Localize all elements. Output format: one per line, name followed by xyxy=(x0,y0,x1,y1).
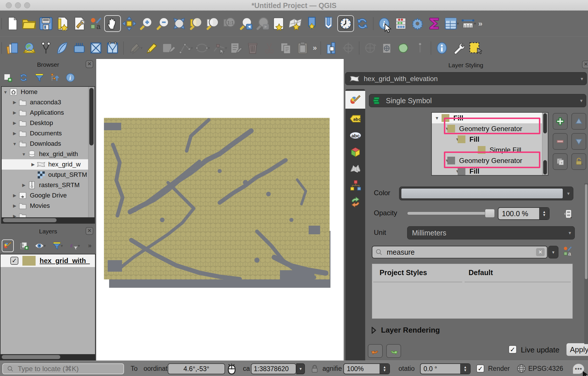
tree-item-desktop[interactable]: ▶ Desktop xyxy=(2,118,94,128)
properties-info-icon[interactable]: i xyxy=(65,73,75,83)
crs-value[interactable]: EPSG:4326 xyxy=(528,365,563,373)
collapsed-arrow-icon[interactable]: ▶ xyxy=(11,120,18,126)
zoom-full-extent-button[interactable] xyxy=(171,15,187,32)
layer-styling-close-icon[interactable]: ✕ xyxy=(582,61,588,68)
new-mesh-layer-button[interactable] xyxy=(104,40,121,56)
renderer-combo[interactable]: Single Symbol ▾ xyxy=(369,94,586,107)
tree-item-google-drive[interactable]: ▶ Google Drive xyxy=(2,190,94,201)
show-layout-manager-button[interactable] xyxy=(71,15,88,32)
expanded-arrow-icon[interactable]: ▼ xyxy=(2,90,9,95)
collapsed-arrow-icon[interactable]: ▶ xyxy=(11,110,18,115)
tab-masks[interactable]: abc xyxy=(345,126,365,144)
color-swatch-button[interactable]: ▾ xyxy=(399,187,573,200)
new-virtual-layer-button[interactable] xyxy=(88,40,104,56)
mouse-extents-icon[interactable] xyxy=(227,363,237,375)
web-globe-button[interactable] xyxy=(21,40,38,56)
tree-item-anaconda3[interactable]: ▶ anaconda3 xyxy=(2,97,94,108)
move-label-button[interactable] xyxy=(340,40,357,56)
expanded-arrow-icon[interactable]: ▼ xyxy=(432,158,445,163)
unit-combo[interactable]: Millimeters ▾ xyxy=(407,226,575,239)
expanded-arrow-icon[interactable]: ▼ xyxy=(11,141,18,146)
tab-history[interactable] xyxy=(345,193,365,211)
add-group-icon[interactable] xyxy=(20,241,29,250)
metadata-info-button[interactable] xyxy=(434,40,450,56)
messages-bubble-icon[interactable]: ••• xyxy=(573,364,584,374)
refresh-map-button[interactable] xyxy=(354,15,371,32)
save-layer-edits-button[interactable] xyxy=(160,40,177,56)
copy-features-button[interactable] xyxy=(278,40,294,56)
tab-labels[interactable]: abc xyxy=(345,110,365,128)
lock-color-button[interactable]: ▾ xyxy=(571,153,586,170)
collapsed-arrow-icon[interactable]: ▶ xyxy=(11,203,18,208)
redo-style-button[interactable] xyxy=(386,344,401,358)
new-geopackage-layer-button[interactable] xyxy=(71,40,88,56)
tree-item-vector-layer[interactable]: ▶ hex_grid_w xyxy=(2,159,94,170)
refresh-browser-icon[interactable] xyxy=(18,73,29,83)
browser-vertical-scrollbar[interactable] xyxy=(88,87,94,217)
expanded-arrow-icon[interactable]: ▼ xyxy=(432,126,445,131)
tree-item-zip[interactable]: ▶ rasters_SRTM xyxy=(2,180,94,190)
cut-features-button[interactable] xyxy=(261,40,278,56)
spinner-arrows-icon[interactable]: ▲▼ xyxy=(539,208,549,219)
opacity-slider-track[interactable] xyxy=(407,212,494,215)
filter-expression-button[interactable]: ε▾ xyxy=(69,241,81,250)
browser-close-icon[interactable]: ✕ xyxy=(86,60,93,68)
zoom-to-layer-button[interactable] xyxy=(204,15,221,32)
style-manager-button[interactable]: a xyxy=(88,15,104,32)
tree-item-home[interactable]: ▼ Home xyxy=(2,87,94,97)
map-canvas[interactable] xyxy=(96,59,344,360)
tree-item-geopackage[interactable]: ▼ hex_grid_with xyxy=(2,149,94,159)
symbol-row-fill-root[interactable]: ▼ Fill xyxy=(432,113,548,123)
tab-3d-view[interactable] xyxy=(345,143,365,161)
styling-scrollbar[interactable] xyxy=(584,183,588,344)
scale-field[interactable]: 1:38378620 xyxy=(251,363,296,374)
symbol-row-simple-fill[interactable]: Simple Fill xyxy=(432,145,548,155)
spinner-arrows-icon[interactable]: ▲▼ xyxy=(460,364,470,374)
tree-item-applications[interactable]: ▶ Applications xyxy=(2,108,94,118)
collapse-all-icon[interactable] xyxy=(50,73,60,83)
style-search-field[interactable]: measure ✕ xyxy=(372,246,548,258)
collapsed-arrow-icon[interactable]: ▶ xyxy=(20,183,28,188)
statistical-summary-button[interactable] xyxy=(392,15,409,32)
pan-map-button[interactable] xyxy=(104,15,121,32)
paste-features-button[interactable] xyxy=(294,40,311,56)
toolbar-grip[interactable] xyxy=(1,18,2,29)
symbol-tree-scrollbar[interactable] xyxy=(542,113,548,175)
layer-visibility-checkbox[interactable]: ✓ xyxy=(10,257,18,265)
clear-search-icon[interactable]: ✕ xyxy=(536,248,545,256)
zoom-to-selection-button[interactable] xyxy=(187,15,204,32)
move-up-button[interactable] xyxy=(571,113,586,130)
tree-item-movies[interactable]: ▶ Movies xyxy=(2,201,94,211)
search-filter-dropdown[interactable]: ▾ xyxy=(548,246,558,258)
symbol-row-geometry-generator-1[interactable]: ▼ Geometry Generator xyxy=(432,123,548,134)
select-by-area-button[interactable] xyxy=(467,40,483,56)
magnifier-spinbox[interactable]: 100% ▲▼ xyxy=(343,363,390,374)
expanded-arrow-icon[interactable]: ▼ xyxy=(432,116,439,120)
show-spatial-bookmarks-button[interactable] xyxy=(321,15,337,32)
zoom-last-button[interactable] xyxy=(237,15,254,32)
filter-legend-button[interactable]: ▾ xyxy=(52,241,64,250)
data-defined-override-button[interactable]: ▾ xyxy=(561,208,575,219)
toolbar-grip[interactable] xyxy=(1,42,2,54)
coordinate-field[interactable]: 4.6°,-53° xyxy=(168,363,225,374)
add-layer-icon[interactable] xyxy=(3,73,13,83)
expanded-arrow-icon[interactable]: ▼ xyxy=(432,169,455,174)
modify-attributes-button[interactable] xyxy=(228,40,244,56)
collapsed-arrow-icon[interactable]: ▶ xyxy=(11,100,18,105)
new-map-view-button[interactable] xyxy=(271,15,287,32)
layer-rendering-section[interactable]: Layer Rendering xyxy=(371,326,440,335)
main-toolbar-overflow[interactable]: » xyxy=(477,19,483,28)
style-manager-mini-button[interactable]: a xyxy=(562,246,573,258)
collapsed-arrow-icon[interactable]: ▶ xyxy=(29,162,37,167)
open-layer-styling-button[interactable] xyxy=(2,239,14,252)
plugin-wrench-button[interactable] xyxy=(450,40,467,56)
layers-horizontal-scrollbar[interactable] xyxy=(1,354,95,360)
zoom-out-button[interactable] xyxy=(154,15,171,32)
shape-digitizing-button[interactable] xyxy=(395,40,412,56)
layers-toolbar-overflow[interactable]: » xyxy=(86,242,93,250)
pan-to-selection-button[interactable] xyxy=(121,15,138,32)
data-source-manager-button[interactable] xyxy=(4,40,21,56)
new-spatial-bookmark-button[interactable] xyxy=(304,15,321,32)
georeferencer-button[interactable] xyxy=(378,40,395,56)
collapsed-arrow-icon[interactable]: ▶ xyxy=(11,193,18,198)
